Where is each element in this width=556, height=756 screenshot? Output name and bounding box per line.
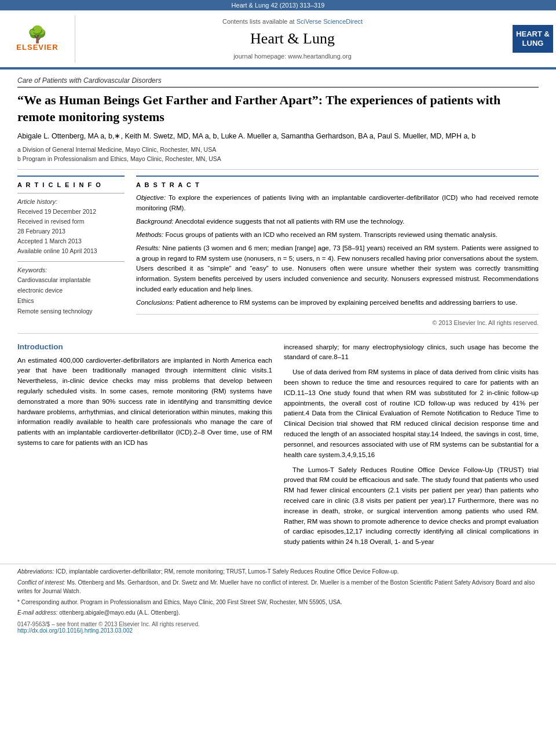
journal-center: Contents lists available at SciVerse Sci… [75,15,510,63]
keyword-4: Remote sensing technology [17,306,125,317]
keywords-label: Keywords: [17,266,125,273]
sciverse-link[interactable]: SciVerse ScienceDirect [297,18,363,25]
elsevier-tree-icon: 🌳 [16,27,58,43]
elsevier-text: ELSEVIER [16,43,58,52]
accepted-date: Accepted 1 March 2013 [17,236,125,246]
body-content: Introduction An estimated 400,000 cardio… [0,334,556,561]
left-column: A R T I C L E I N F O Article history: R… [17,176,125,326]
journal-title: Heart & Lung [250,30,335,48]
intro-para1: An estimated 400,000 cardioverter-defibr… [17,356,272,448]
corresponding-label: * Corresponding author. [17,599,79,605]
hl-logo-box: HEART & LUNG [513,25,553,52]
sciverse-line: Contents lists available at SciVerse Sci… [222,18,363,25]
objective-label: Objective: [136,194,166,201]
affiliation-a: a Division of General Internal Medicine,… [17,145,539,155]
available-date: Available online 10 April 2013 [17,246,125,256]
conflict-label: Conflict of interest: [17,579,65,586]
journal-citation: Heart & Lung 42 (2013) 313–319 [232,2,325,9]
intro-para2: increased sharply; for many electrophysi… [284,342,539,363]
article-info-label: A R T I C L E I N F O [17,181,125,188]
journal-homepage: journal homepage: www.heartandlung.org [233,53,352,60]
corresponding-author: * Corresponding author. Program in Profe… [17,598,539,607]
abbreviations: Abbreviations: ICD, implantable cardiove… [17,567,539,576]
body-right: increased sharply; for many electrophysi… [284,342,539,552]
introduction-text-left: An estimated 400,000 cardioverter-defibr… [17,356,272,448]
abstract-section: A B S T R A C T Objective: To explore th… [136,176,539,326]
issn-line: 0147-9563/$ – see front matter © 2013 El… [17,621,539,627]
doi-anchor[interactable]: http://dx.doi.org/10.1016/j.hrtlng.2013.… [17,627,133,634]
right-column: A B S T R A C T Objective: To explore th… [136,176,539,326]
received-date: Received 19 December 2012 [17,207,125,217]
background-text: Anecdotal evidence suggests that not all… [175,218,404,225]
results-label: Results: [136,244,160,251]
article-two-col: A R T I C L E I N F O Article history: R… [17,176,539,326]
objective-text: To explore the experiences of patients l… [136,194,539,211]
authors: Abigale L. Ottenberg, MA a, b,∗, Keith M… [17,132,475,140]
keywords-list: Cardiovascular implantable electronic de… [17,275,125,316]
copyright-line: © 2013 Elsevier Inc. All rights reserved… [136,314,539,326]
abstract-label: A B S T R A C T [136,181,539,188]
conflict-interest: Conflict of interest: Ms. Ottenberg and … [17,578,539,596]
article-title: “We as Human Beings Get Farther and Fart… [17,92,539,125]
keyword-3: Ethics [17,296,125,306]
affiliations: a Division of General Internal Medicine,… [17,145,539,164]
affiliation-b: b Program in Professionalism and Ethics,… [17,155,539,164]
email-label: E-mail address: [17,609,57,616]
history-label: Article history: [17,198,125,205]
elsevier-logo: 🌳 ELSEVIER [0,15,75,63]
sciverse-text: Contents lists available at [222,18,295,25]
keyword-2: electronic device [17,286,125,296]
email-line: E-mail address: ottenberg.abigale@mayo.e… [17,608,539,618]
footnotes: Abbreviations: ICD, implantable cardiove… [17,567,539,618]
abbrev-label: Abbreviations: [17,568,54,575]
article-section: Care of Patients with Cardiovascular Dis… [0,70,556,333]
conflict-text: Ms. Ottenberg and Ms. Gerhardson, and Dr… [17,579,535,595]
background-label: Background: [136,218,174,225]
methods-text: Focus groups of patients with an ICD who… [166,231,498,238]
conclusions-label: Conclusions: [136,299,174,306]
conclusions-text: Patient adherence to RM systems can be i… [176,299,517,306]
authors-line: Abigale L. Ottenberg, MA a, b,∗, Keith M… [17,131,539,142]
methods-label: Methods: [136,231,163,238]
intro-para4: The Lumos-T Safely Reduces Routine Offic… [284,465,539,548]
email-text: ottenberg.abigale@mayo.edu (A.L. Ottenbe… [59,609,180,616]
article-info: A R T I C L E I N F O Article history: R… [17,176,125,316]
article-category: Care of Patients with Cardiovascular Dis… [17,76,539,87]
hl-logo-title: HEART & LUNG [516,30,550,48]
introduction-title: Introduction [17,342,272,351]
received-revised-label: Received in revised form [17,217,125,227]
footer-section: Abbreviations: ICD, implantable cardiove… [0,564,556,634]
abbrev-text: ICD, implantable cardioverter-defibrilla… [56,568,398,575]
corresponding-text: Program in Professionalism and Ethics, M… [80,599,342,605]
introduction-text-right: increased sharply; for many electrophysi… [284,342,539,547]
revised-date: 28 February 2013 [17,227,125,236]
intro-para3: Use of data derived from RM systems in p… [284,367,539,460]
body-left: Introduction An estimated 400,000 cardio… [17,342,272,552]
article-dates: Received 19 December 2012 Received in re… [17,207,125,255]
keyword-1: Cardiovascular implantable [17,275,125,286]
journal-logo-right: HEART & LUNG [510,15,556,63]
results-text: Nine patients (3 women and 6 men; median… [136,244,539,293]
journal-citation-bar: Heart & Lung 42 (2013) 313–319 [0,0,556,10]
journal-header: 🌳 ELSEVIER Contents lists available at S… [0,10,556,68]
doi-link[interactable]: http://dx.doi.org/10.1016/j.hrtlng.2013.… [17,627,539,634]
abstract-text: Objective: To explore the experiences of… [136,193,539,308]
